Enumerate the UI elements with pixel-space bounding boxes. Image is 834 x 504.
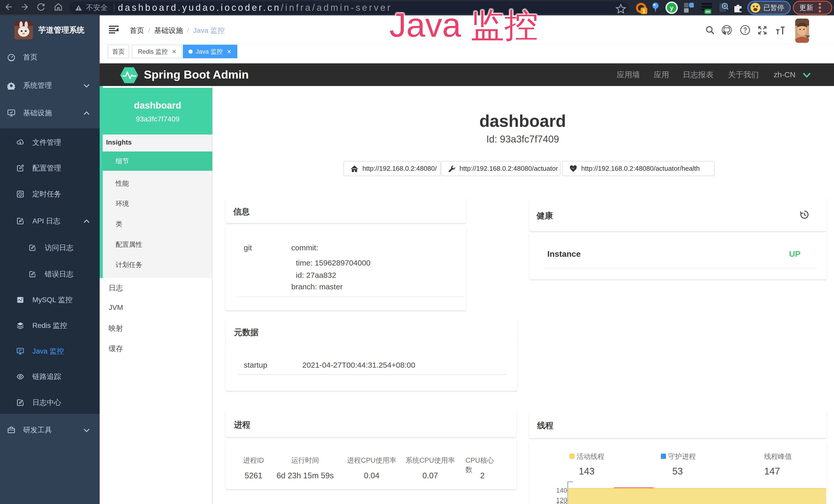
- svg-text:y: y: [670, 4, 674, 11]
- svg-text:on: on: [706, 9, 710, 14]
- svg-text:1: 1: [642, 8, 645, 14]
